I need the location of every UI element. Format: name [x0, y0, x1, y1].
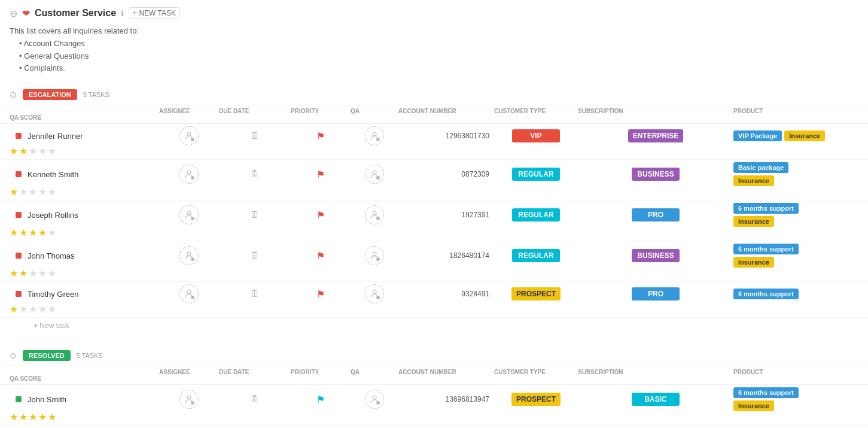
- due-date-cell[interactable]: 🗓: [219, 250, 291, 261]
- qa-icon[interactable]: +: [365, 390, 384, 409]
- due-date-cell[interactable]: 🗓: [219, 130, 291, 141]
- info-icon[interactable]: ℹ: [121, 9, 124, 18]
- section-task-count: 5 TASKS: [77, 352, 103, 359]
- subscription-badge: BUSINESS: [632, 168, 680, 181]
- priority-flag-icon: ⚑: [316, 289, 325, 300]
- account-number: 0872309: [461, 170, 494, 178]
- table-row: Timothy Green + 🗓 ⚑: [0, 282, 868, 318]
- assignee-icon[interactable]: +: [179, 246, 199, 265]
- svg-point-0: [187, 132, 191, 136]
- description-item: Complaints.: [19, 62, 858, 75]
- calendar-icon[interactable]: 🗓: [250, 210, 260, 220]
- qa-icon[interactable]: +: [365, 246, 384, 265]
- row-indicator-cell: [10, 396, 28, 402]
- assignee-icon[interactable]: +: [179, 165, 199, 184]
- collapse-icon[interactable]: ⊖: [10, 8, 17, 19]
- description-item: Account Changes: [19, 38, 858, 50]
- table-row: John Smith + 🗓 ⚑: [0, 385, 868, 426]
- star-empty: ★: [19, 186, 28, 198]
- qa-cell[interactable]: +: [351, 165, 398, 184]
- due-date-cell[interactable]: 🗓: [219, 394, 291, 405]
- priority-cell: ⚑: [291, 289, 351, 300]
- assignee-cell[interactable]: +: [159, 246, 219, 265]
- new-task-button[interactable]: + NEW TASK: [129, 7, 180, 19]
- qa-cell[interactable]: +: [351, 205, 398, 224]
- product-tag: 6 months support: [733, 387, 799, 398]
- row-indicator-cell: [10, 291, 28, 297]
- task-name[interactable]: Timothy Green: [28, 290, 159, 299]
- due-date-cell[interactable]: 🗓: [219, 169, 291, 180]
- customer-type-badge: REGULAR: [512, 249, 560, 262]
- calendar-icon[interactable]: 🗓: [250, 130, 260, 141]
- product-cell: 6 months supportInsurance: [733, 244, 829, 268]
- calendar-icon[interactable]: 🗓: [250, 289, 260, 299]
- assignee-cell[interactable]: +: [159, 205, 219, 224]
- row-indicator-cell: [10, 212, 28, 218]
- row-status-indicator: [16, 291, 22, 297]
- subscription-cell: BUSINESS: [578, 168, 733, 181]
- star-empty: ★: [48, 227, 56, 238]
- qa-cell[interactable]: +: [351, 284, 398, 303]
- svg-point-6: [187, 171, 191, 174]
- svg-text:+: +: [377, 176, 379, 180]
- col-due-date: DUE DATE: [219, 108, 291, 114]
- star-full: ★: [29, 411, 37, 423]
- due-date-cell[interactable]: 🗓: [219, 210, 291, 220]
- account-number-cell: 13696813947: [398, 395, 494, 403]
- assignee-icon[interactable]: +: [179, 284, 199, 303]
- assignee-icon[interactable]: +: [179, 205, 199, 224]
- customer-type-cell: REGULAR: [494, 249, 578, 262]
- col-account-number: ACCOUNT NUMBER: [398, 369, 494, 375]
- task-name[interactable]: Jennifer Runner: [28, 132, 159, 141]
- col-priority: PRIORITY: [291, 369, 351, 375]
- qa-icon[interactable]: +: [365, 165, 384, 184]
- assignee-cell[interactable]: +: [159, 390, 219, 409]
- svg-text:+: +: [191, 138, 194, 141]
- product-tag: 6 months support: [733, 244, 799, 254]
- calendar-icon[interactable]: 🗓: [250, 394, 260, 405]
- qa-score-cell: ★★★★★: [10, 227, 93, 238]
- qa-cell[interactable]: +: [351, 246, 398, 265]
- col-due-date: DUE DATE: [219, 369, 291, 375]
- task-name[interactable]: John Smith: [28, 395, 159, 404]
- account-number: 9328491: [461, 290, 494, 298]
- section-badge-resolved: RESOLVED: [23, 350, 71, 361]
- star-rating: ★★★★★: [10, 303, 93, 315]
- qa-score-cell: ★★★★★: [10, 268, 93, 279]
- description-item: General Questions: [19, 50, 858, 63]
- assignee-cell[interactable]: +: [159, 284, 219, 303]
- qa-score-cell: ★★★★★: [10, 145, 93, 157]
- svg-text:+: +: [191, 401, 194, 405]
- calendar-icon[interactable]: 🗓: [250, 169, 260, 180]
- qa-icon[interactable]: +: [365, 284, 384, 303]
- task-name[interactable]: John Thomas: [28, 251, 159, 260]
- assignee-cell[interactable]: +: [159, 126, 219, 145]
- qa-cell[interactable]: +: [351, 390, 398, 409]
- star-empty: ★: [38, 186, 47, 198]
- qa-icon[interactable]: +: [365, 126, 384, 145]
- subscription-cell: PRO: [578, 208, 733, 221]
- row-status-indicator: [16, 396, 22, 402]
- row-indicator-cell: [10, 133, 28, 139]
- subscription-badge: BUSINESS: [632, 249, 680, 262]
- section-toggle-icon[interactable]: ⊙: [10, 90, 17, 99]
- subscription-badge: ENTERPRISE: [628, 129, 684, 142]
- new-task-row[interactable]: + New task: [0, 318, 868, 333]
- assignee-icon[interactable]: +: [179, 390, 199, 409]
- customer-type-cell: PROSPECT: [494, 287, 578, 300]
- qa-cell[interactable]: +: [351, 126, 398, 145]
- star-empty: ★: [38, 145, 47, 157]
- task-name[interactable]: Joseph Rollins: [28, 211, 159, 220]
- row-status-indicator: [16, 171, 22, 177]
- assignee-icon[interactable]: +: [179, 126, 199, 145]
- svg-text:+: +: [191, 217, 194, 220]
- section-toggle-icon[interactable]: ⊙: [10, 351, 17, 360]
- product-tag: Insurance: [733, 400, 774, 411]
- due-date-cell[interactable]: 🗓: [219, 289, 291, 299]
- row-status-indicator: [16, 253, 22, 259]
- task-name[interactable]: Kenneth Smith: [28, 170, 159, 179]
- calendar-icon[interactable]: 🗓: [250, 250, 260, 261]
- assignee-cell[interactable]: +: [159, 165, 219, 184]
- header: ⊖ ❤ Customer Service ℹ + NEW TASK This l…: [0, 0, 868, 84]
- qa-icon[interactable]: +: [365, 205, 384, 224]
